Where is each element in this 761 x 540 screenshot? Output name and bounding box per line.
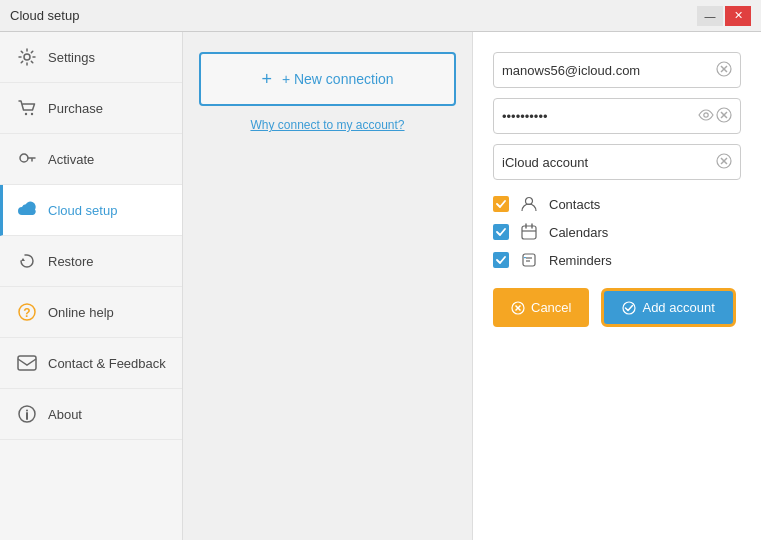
- services-checkboxes: Contacts Calendars: [493, 194, 741, 270]
- account-name-input[interactable]: [502, 155, 712, 170]
- contacts-label: Contacts: [549, 197, 600, 212]
- reminders-checkbox-row: Reminders: [493, 250, 741, 270]
- account-name-input-row: [493, 144, 741, 180]
- clear-password-icon[interactable]: [716, 107, 732, 126]
- cancel-icon: [511, 301, 525, 315]
- connections-panel: + + New connection Why connect to my acc…: [183, 32, 473, 540]
- sidebar-label-online-help: Online help: [48, 305, 114, 320]
- svg-rect-25: [523, 254, 535, 266]
- sidebar-item-contact-feedback[interactable]: Contact & Feedback: [0, 338, 182, 389]
- cart-icon: [16, 97, 38, 119]
- close-button[interactable]: ✕: [725, 6, 751, 26]
- add-account-button[interactable]: Add account: [601, 288, 735, 327]
- password-input[interactable]: [502, 109, 694, 124]
- contacts-icon: [519, 194, 539, 214]
- reminders-icon: [519, 250, 539, 270]
- sidebar-item-about[interactable]: About: [0, 389, 182, 440]
- plus-icon: +: [261, 70, 272, 88]
- email-input[interactable]: [502, 63, 712, 78]
- clear-account-icon[interactable]: [716, 153, 732, 172]
- minimize-button[interactable]: —: [697, 6, 723, 26]
- svg-rect-21: [522, 226, 536, 239]
- key-icon: [16, 148, 38, 170]
- action-buttons: Cancel Add account: [493, 288, 741, 327]
- restore-icon: [16, 250, 38, 272]
- new-connection-label: + New connection: [282, 71, 394, 87]
- sidebar: Settings Purchase Activate: [0, 32, 183, 540]
- calendars-label: Calendars: [549, 225, 608, 240]
- reminders-checkbox[interactable]: [493, 252, 509, 268]
- sidebar-label-settings: Settings: [48, 50, 95, 65]
- sidebar-item-settings[interactable]: Settings: [0, 32, 182, 83]
- svg-point-13: [704, 113, 708, 117]
- add-account-label: Add account: [642, 300, 714, 315]
- email-icon: [16, 352, 38, 374]
- add-account-icon: [622, 301, 636, 315]
- why-connect-link[interactable]: Why connect to my account?: [199, 118, 456, 132]
- sidebar-item-purchase[interactable]: Purchase: [0, 83, 182, 134]
- reminders-label: Reminders: [549, 253, 612, 268]
- clear-email-icon[interactable]: [716, 61, 732, 80]
- svg-rect-6: [18, 356, 36, 370]
- sidebar-label-activate: Activate: [48, 152, 94, 167]
- new-connection-button[interactable]: + + New connection: [199, 52, 456, 106]
- sidebar-item-activate[interactable]: Activate: [0, 134, 182, 185]
- svg-text:?: ?: [23, 306, 30, 320]
- contacts-checkbox[interactable]: [493, 196, 509, 212]
- svg-point-2: [31, 113, 33, 115]
- window-controls: — ✕: [697, 6, 751, 26]
- titlebar: Cloud setup — ✕: [0, 0, 761, 32]
- cloud-icon: [16, 199, 38, 221]
- sidebar-label-contact-feedback: Contact & Feedback: [48, 356, 166, 371]
- app-body: Settings Purchase Activate: [0, 32, 761, 540]
- sidebar-item-online-help[interactable]: ? Online help: [0, 287, 182, 338]
- email-input-row: [493, 52, 741, 88]
- sidebar-label-purchase: Purchase: [48, 101, 103, 116]
- svg-point-9: [26, 410, 28, 412]
- sidebar-item-cloud-setup[interactable]: Cloud setup: [0, 185, 182, 236]
- info-icon: [16, 403, 38, 425]
- sidebar-item-restore[interactable]: Restore: [0, 236, 182, 287]
- show-password-icon[interactable]: [698, 108, 714, 124]
- cancel-button[interactable]: Cancel: [493, 288, 589, 327]
- form-panel: Contacts Calendars: [473, 32, 761, 540]
- gear-icon: [16, 46, 38, 68]
- sidebar-label-restore: Restore: [48, 254, 94, 269]
- calendars-icon: [519, 222, 539, 242]
- calendars-checkbox-row: Calendars: [493, 222, 741, 242]
- question-icon: ?: [16, 301, 38, 323]
- calendars-checkbox[interactable]: [493, 224, 509, 240]
- password-input-row: [493, 98, 741, 134]
- svg-point-1: [25, 113, 27, 115]
- svg-point-0: [24, 54, 30, 60]
- contacts-checkbox-row: Contacts: [493, 194, 741, 214]
- main-content: + + New connection Why connect to my acc…: [183, 32, 761, 540]
- cancel-label: Cancel: [531, 300, 571, 315]
- sidebar-label-cloud-setup: Cloud setup: [48, 203, 117, 218]
- sidebar-label-about: About: [48, 407, 82, 422]
- window-title: Cloud setup: [10, 8, 79, 23]
- svg-point-3: [20, 154, 28, 162]
